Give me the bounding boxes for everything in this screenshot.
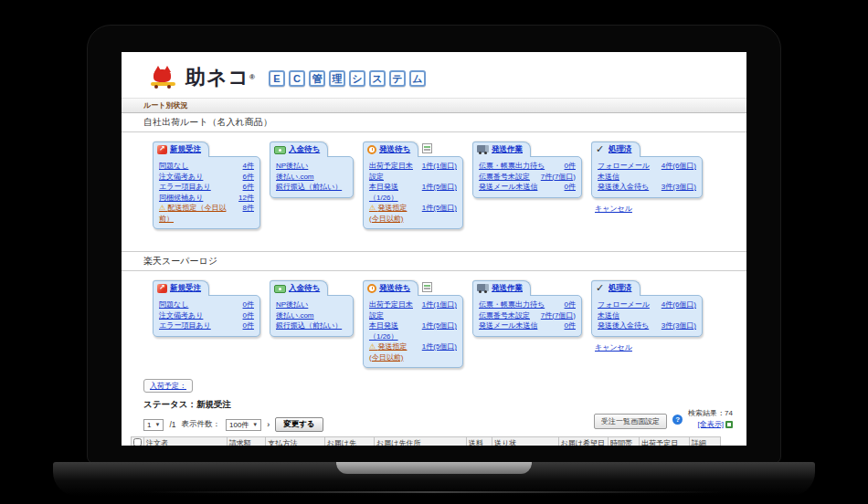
status-item-link[interactable]: NP後払い: [276, 299, 308, 310]
processed-link[interactable]: 処理済: [609, 144, 632, 155]
status-item-count[interactable]: 0件: [565, 299, 576, 310]
status-item-link[interactable]: 伝票番号未設定: [479, 310, 530, 321]
status-item-link[interactable]: フォローメール未送信: [598, 161, 656, 182]
status-item-link[interactable]: エラー項目あり: [159, 182, 211, 193]
awaiting-payment-tab[interactable]: 入金待ち: [270, 142, 328, 157]
status-item: 伝票・帳票出力待ち0件: [479, 161, 576, 172]
status-item-count[interactable]: 4件(6個口): [662, 161, 696, 182]
select-all-cell: [132, 437, 144, 446]
select-all-checkbox[interactable]: [133, 438, 142, 446]
status-item-count[interactable]: 0件: [565, 182, 576, 193]
status-item-link[interactable]: 注文備考あり: [159, 172, 203, 183]
status-item-link[interactable]: エラー項目あり: [159, 320, 211, 331]
status-item-link[interactable]: 発送後入金待ち: [598, 182, 649, 193]
cancel-link[interactable]: キャンセル: [595, 204, 632, 214]
laptop-notch: [336, 462, 532, 474]
status-item-link[interactable]: ⚠ 発送指定(今日以前): [369, 341, 417, 362]
status-item-link[interactable]: 問題なし: [159, 161, 188, 172]
export-icon[interactable]: [725, 421, 733, 428]
status-item-link[interactable]: 同梱候補あり: [159, 193, 203, 204]
status-item-count[interactable]: 0件: [243, 299, 254, 310]
status-item-count[interactable]: 1件(1個口): [422, 161, 457, 182]
awaiting-shipment-tab[interactable]: 発送待ち: [363, 142, 418, 157]
app-content: 助ネコ® EC管理システム ルート別状況 自社出荷ルート（名入れ商品）新規受注問…: [122, 66, 746, 446]
search-results-count: 検索結果：74: [688, 408, 733, 418]
incoming-stock-button[interactable]: 入荷予定：: [143, 379, 193, 393]
status-item-link[interactable]: 注文備考あり: [159, 310, 203, 321]
processed-tab[interactable]: 処理済: [591, 280, 640, 296]
status-item-count[interactable]: 1件(5個口): [422, 320, 457, 341]
status-item-count[interactable]: 0件: [243, 320, 254, 331]
schedule-icon[interactable]: [422, 143, 432, 153]
new-orders-link[interactable]: 新規受注: [170, 283, 201, 294]
status-item-link[interactable]: 後払い.com: [276, 172, 314, 183]
status-item-count[interactable]: 4件: [243, 161, 254, 172]
status-item: ⚠ 発送指定(今日以前)1件(5個口): [369, 203, 457, 224]
status-item-count[interactable]: 1件(5個口): [422, 203, 457, 224]
status-item: エラー項目あり6件: [159, 182, 254, 193]
status-item-count[interactable]: 1件(1個口): [422, 299, 457, 320]
status-item-link[interactable]: 問題なし: [159, 299, 188, 310]
new-orders-tab[interactable]: 新規受注: [153, 142, 209, 157]
schedule-icon[interactable]: [422, 282, 432, 292]
status-item-count[interactable]: 0件: [565, 320, 576, 331]
new-orders-link[interactable]: 新規受注: [170, 144, 201, 155]
status-item-count[interactable]: 0件: [565, 161, 576, 172]
shipping-work-tab[interactable]: 発送作業: [472, 280, 531, 296]
system-title-boxes: EC管理システム: [269, 70, 426, 87]
status-item-link[interactable]: 発送後入金待ち: [598, 320, 649, 331]
system-title-char: テ: [389, 70, 406, 87]
status-item-link[interactable]: 発送メール未送信: [479, 182, 537, 193]
status-item-count[interactable]: 1件(5個口): [422, 182, 457, 203]
awaiting-shipment-tab[interactable]: 発送待ち: [363, 280, 418, 296]
processed-link[interactable]: 処理済: [609, 283, 632, 294]
shipping-work-link[interactable]: 発送作業: [492, 283, 523, 294]
awaiting-payment-tab[interactable]: 入金待ち: [270, 280, 328, 296]
status-item: 発送メール未送信0件: [479, 320, 576, 331]
status-item-count[interactable]: 4件(6個口): [662, 299, 696, 320]
awaiting-shipment-link[interactable]: 発送待ち: [379, 283, 410, 294]
status-item-link[interactable]: 銀行振込（前払い）: [276, 182, 342, 193]
help-icon[interactable]: ?: [672, 415, 683, 425]
status-item-count[interactable]: 3件(3個口): [662, 182, 696, 193]
status-item-count[interactable]: 0件: [243, 310, 254, 321]
status-item-count[interactable]: 7件(7個口): [541, 310, 576, 321]
status-item-link[interactable]: ⚠ 発送指定(今日以前): [369, 203, 417, 224]
shipping-work-tab[interactable]: 発送作業: [472, 142, 531, 157]
awaiting-payment-link[interactable]: 入金待ち: [289, 283, 320, 294]
page-select[interactable]: 1▼: [143, 419, 164, 431]
icon-check: [596, 284, 606, 294]
status-item-link[interactable]: フォローメール未送信: [598, 299, 656, 320]
pager-arrow-icon[interactable]: ›: [267, 420, 270, 429]
cancel-link[interactable]: キャンセル: [595, 342, 632, 352]
status-item-link[interactable]: 伝票番号未設定: [479, 172, 530, 183]
status-item-link[interactable]: 発送メール未送信: [479, 320, 537, 331]
icon-payment: [274, 146, 286, 154]
status-item-link[interactable]: NP後払い: [276, 161, 308, 172]
status-item-link[interactable]: ⚠ 配送指定（今日以前）: [159, 203, 238, 224]
awaiting-payment-link[interactable]: 入金待ち: [289, 144, 320, 155]
status-item-link[interactable]: 本日発送（1/26）: [369, 182, 417, 203]
status-item-count[interactable]: 12件: [238, 193, 254, 204]
status-item-link[interactable]: 伝票・帳票出力待ち: [479, 299, 545, 310]
display-count-select[interactable]: 100件▼: [226, 419, 261, 431]
status-item-link[interactable]: 出荷予定日未設定: [369, 161, 417, 182]
status-item-link[interactable]: 伝票・帳票出力待ち: [479, 161, 545, 172]
status-item-link[interactable]: 本日発送（1/26）: [369, 320, 417, 341]
awaiting-shipment-link[interactable]: 発送待ち: [379, 144, 410, 155]
show-all-link[interactable]: [全表示]: [698, 419, 724, 429]
status-item-count[interactable]: 8件: [243, 203, 254, 224]
shipping-work-link[interactable]: 発送作業: [492, 144, 523, 155]
new-orders-tab[interactable]: 新規受注: [153, 280, 209, 296]
status-item-link[interactable]: 出荷予定日未設定: [369, 299, 417, 320]
list-settings-button[interactable]: 受注一覧画面設定: [594, 414, 667, 429]
status-item-link[interactable]: 銀行振込（前払い）: [276, 320, 342, 331]
status-item-count[interactable]: 6件: [243, 182, 254, 193]
processed-tab[interactable]: 処理済: [591, 142, 640, 157]
status-item-count[interactable]: 7件(7個口): [541, 172, 576, 183]
status-item-count[interactable]: 3件(3個口): [662, 320, 696, 331]
status-item-count[interactable]: 6件: [243, 172, 254, 183]
apply-button[interactable]: 変更する: [275, 417, 323, 432]
status-item-count[interactable]: 1件(5個口): [422, 341, 457, 362]
status-item-link[interactable]: 後払い.com: [276, 310, 314, 321]
